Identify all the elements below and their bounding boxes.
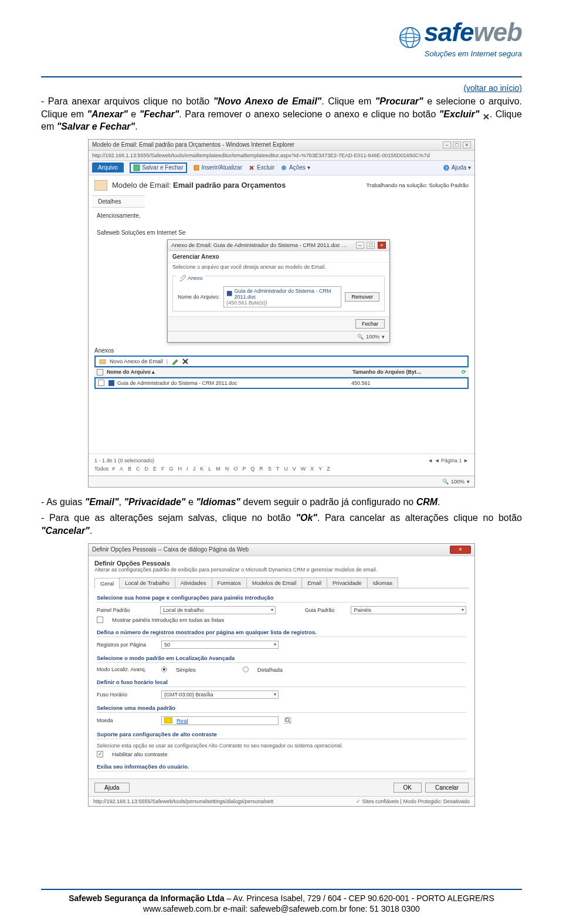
row-checkbox[interactable] (98, 380, 104, 386)
options-tab[interactable]: Formatos (212, 577, 247, 588)
sec6-sub: Selecione esta opção se usar as configur… (97, 743, 466, 749)
options-tab[interactable]: Local de Trabalho (119, 577, 175, 588)
fechar-button[interactable]: Fechar (355, 319, 385, 329)
actions-icon (280, 164, 287, 171)
options-tab[interactable]: Modelos de Email (246, 577, 303, 588)
col-tamanho[interactable]: Tamanho do Arquivo (Byt… (352, 369, 458, 375)
options-tab[interactable]: Geral (94, 578, 120, 588)
alpha-letter[interactable]: F (161, 466, 165, 472)
alpha-letter[interactable]: V (293, 466, 296, 472)
close-icon[interactable]: × (450, 546, 471, 554)
alpha-letter[interactable]: T (276, 466, 280, 472)
alpha-letter[interactable]: Q (250, 466, 255, 472)
moeda-field[interactable]: Real (161, 716, 279, 725)
dialog-close-icon[interactable]: × (378, 242, 386, 249)
select-all-checkbox[interactable] (97, 369, 103, 375)
sec6-heading: Suporte para configurações de alto contr… (97, 731, 466, 739)
edit-icon[interactable] (171, 358, 178, 365)
page-zoom[interactable]: 🔍 100%▾ (442, 479, 470, 485)
alpha-filter[interactable]: Todos #ABCDEFGHIJKLMNOPQRSTUVWXYZ (89, 465, 474, 476)
chk-alto-contraste[interactable] (97, 751, 103, 757)
acoes-menu[interactable]: Ações ▾ (280, 164, 310, 171)
col-nome[interactable]: Nome do Arquivo ▴ (107, 369, 352, 375)
dialog-maximize-icon[interactable]: □ (367, 242, 375, 249)
delete-x-icon[interactable] (182, 358, 189, 365)
alpha-letter[interactable]: S (268, 466, 272, 472)
file-name-field[interactable]: Guia de Administrador do Sistema - CRM 2… (223, 286, 341, 307)
lbl-fuso: Fuso Horário (97, 692, 155, 698)
alpha-letter[interactable]: U (284, 466, 288, 472)
help-menu[interactable]: ? Ajuda ▾ (443, 164, 471, 171)
table-header-row: Nome do Arquivo ▴ Tamanho do Arquivo (By… (94, 368, 469, 377)
svg-rect-6 (134, 165, 140, 171)
options-tab[interactable]: Idiomas (367, 577, 398, 588)
sel-registros[interactable]: 50 (161, 641, 279, 649)
chk-paineis-intro[interactable] (97, 617, 103, 623)
sec1-heading: Selecione sua home page e configurações … (97, 594, 466, 603)
alpha-letter[interactable]: R (259, 466, 263, 472)
dialog-minimize-icon[interactable]: – (356, 242, 364, 249)
sel-guia-padrao[interactable]: Painéis (351, 606, 466, 614)
cancelar-button[interactable]: Cancelar (425, 783, 469, 793)
options-tab[interactable]: Atividades (175, 577, 212, 588)
sel-fuso[interactable]: (GMT-03:00) Brasília (161, 691, 279, 699)
address-bar[interactable]: http://192.168.1.13:5555/Safeweb/tools/e… (89, 151, 474, 161)
alpha-letter[interactable]: M (216, 466, 221, 472)
alpha-letter[interactable]: O (233, 466, 238, 472)
radio-detalhada[interactable] (243, 666, 249, 672)
window-title: Modelo de Email: Email padrão para Orçam… (92, 141, 294, 148)
alpha-letter[interactable]: G (169, 466, 174, 472)
alpha-letter[interactable]: N (225, 466, 229, 472)
alpha-letter[interactable]: H (178, 466, 182, 472)
alpha-letter[interactable]: K (200, 466, 204, 472)
radio-simples[interactable] (161, 666, 167, 672)
options-tabs[interactable]: GeralLocal de TrabalhoAtividadesFormatos… (94, 577, 469, 588)
close-icon[interactable]: × (463, 141, 471, 148)
alpha-letter[interactable]: Y (318, 466, 322, 472)
logo-text-a: safe (424, 18, 473, 46)
lbl-registros: Registros por Página (97, 642, 155, 648)
save-close-button[interactable]: Salvar e Fechar (130, 163, 187, 173)
maximize-icon[interactable]: □ (453, 141, 461, 148)
excluir-button[interactable]: Excluir (248, 164, 274, 171)
row-filename: Guia de Administrador do Sistema - CRM 2… (117, 380, 351, 386)
alpha-letter[interactable]: # (112, 466, 115, 472)
word-doc-icon (108, 380, 115, 387)
ok-button[interactable]: OK (394, 783, 422, 793)
pagination[interactable]: ◄ ◄ Página 1 ► (428, 458, 469, 463)
dialog-zoom[interactable]: 🔍 100%▾ (357, 334, 385, 340)
insert-update-button[interactable]: Inserir/Atualizar (193, 164, 242, 171)
alpha-letter[interactable]: W (301, 466, 306, 472)
tab-arquivo[interactable]: Arquivo (92, 163, 124, 172)
alpha-letter[interactable]: D (145, 466, 149, 472)
back-to-top-link[interactable]: (voltar ao início) (41, 83, 522, 93)
alpha-letter[interactable]: E (153, 466, 157, 472)
remover-button[interactable]: Remover (345, 292, 379, 302)
alpha-letter[interactable]: P (242, 466, 246, 472)
window-controls[interactable]: – □ × (443, 141, 471, 148)
sec4-heading: Definir o fuso horário local (97, 679, 466, 687)
svg-rect-14 (100, 360, 106, 364)
alpha-letter[interactable]: B (128, 466, 131, 472)
minimize-icon[interactable]: – (443, 141, 451, 148)
refresh-icon[interactable]: ⟳ (458, 369, 466, 375)
alpha-letter[interactable]: I (186, 466, 188, 472)
sel-painel-padrao[interactable]: Local de trabalho (160, 606, 276, 614)
options-tab[interactable]: Email (301, 577, 327, 588)
options-tab[interactable]: Privacidade (327, 577, 368, 588)
alpha-letter[interactable]: Z (327, 466, 330, 472)
alpha-letter[interactable]: C (136, 466, 140, 472)
brand-logo: safeweb Soluções em Internet segura (369, 18, 522, 58)
alpha-letter[interactable]: X (310, 466, 314, 472)
lookup-icon[interactable] (284, 717, 291, 724)
table-row[interactable]: Guia de Administrador do Sistema - CRM 2… (94, 377, 469, 389)
novo-anexo-button[interactable]: Novo Anexo de Email (110, 358, 163, 364)
tab-detalhes[interactable]: Detalhes (92, 195, 145, 208)
lbl-radio-simples: Simples (176, 666, 196, 673)
alpha-letter[interactable]: J (193, 466, 196, 472)
ajuda-button[interactable]: Ajuda (94, 783, 130, 793)
solution-label: Trabalhando na solução: Solução Padrão (367, 182, 469, 188)
alpha-letter[interactable]: L (208, 466, 211, 472)
alpha-letter[interactable]: A (120, 466, 123, 472)
sec7-heading: Exiba seu informações do usuário. (97, 763, 466, 771)
